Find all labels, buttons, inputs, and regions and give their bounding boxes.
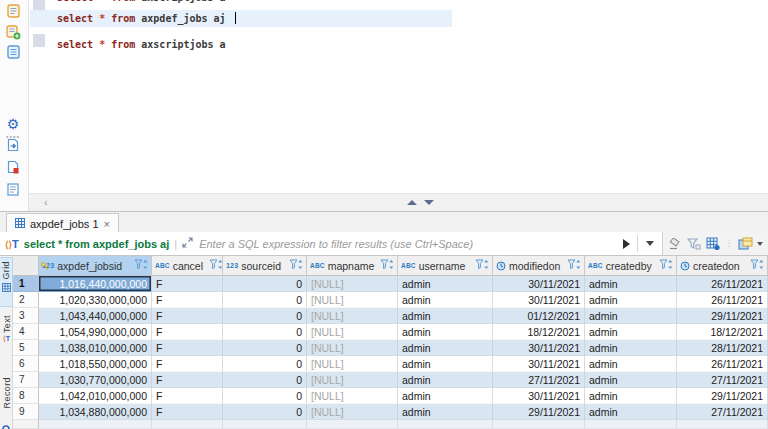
filter-sort-icon[interactable] [750,259,764,272]
grid-cell[interactable]: 0 [223,356,307,372]
grid-cell[interactable]: admin [585,356,677,372]
load-script-icon[interactable] [5,137,21,153]
grid-cell[interactable]: 0 [223,324,307,340]
grid-cell[interactable]: 1,030,770,000,000 [39,372,152,388]
grid-cell[interactable]: admin [585,324,677,340]
sql-line[interactable]: select * from axpdef_jobs aj [57,12,236,26]
grid-cell[interactable]: 1,043,440,000,000 [39,308,152,324]
column-header-axpdef_jobsid[interactable]: 123axpdef_jobsid [39,256,152,276]
filter-sort-icon[interactable] [567,259,581,272]
row-number[interactable]: 2 [13,292,39,308]
grid-cell[interactable]: 18/12/2021 [677,324,768,340]
grid-cell[interactable]: 29/11/2021 [493,404,585,420]
grid-cell[interactable]: 30/11/2021 [493,356,585,372]
grid-cell[interactable]: 26/11/2021 [677,292,768,308]
grid-cell[interactable]: 30/11/2021 [493,340,585,356]
row-number[interactable]: 5 [13,340,39,356]
filter-sort-icon[interactable] [475,259,489,272]
expand-icon[interactable] [182,237,193,250]
filter-sort-icon[interactable] [289,259,303,272]
grid-cell[interactable]: [NULL] [307,356,398,372]
grid-cell[interactable]: [NULL] [307,292,398,308]
column-header-createdby[interactable]: ABCcreatedby [585,256,677,276]
scroll-left-arrow[interactable]: ‹ [44,196,48,208]
grid-cell[interactable]: F [152,356,223,372]
column-header-createdon[interactable]: createdon [677,256,768,276]
sql-line[interactable]: select * from axscriptjobs a [57,38,226,52]
grid-cell[interactable]: 18/12/2021 [493,324,585,340]
grid-cell[interactable]: 26/11/2021 [677,276,768,292]
column-header-sourceid[interactable]: 123sourceid [223,256,307,276]
save-filter-grid-icon[interactable] [706,237,720,250]
grid-cell[interactable]: 30/11/2021 [493,276,585,292]
tab-record-view[interactable]: Record [0,374,13,429]
grid-cell[interactable]: admin [398,292,493,308]
grid-cell[interactable]: admin [585,404,677,420]
filter-sort-icon[interactable] [134,259,148,272]
column-header-cancel[interactable]: ABCcancel [152,256,223,276]
grid-cell[interactable]: admin [585,308,677,324]
grid-cell[interactable]: admin [398,308,493,324]
tab-text-view[interactable]: Text ⟨T [0,312,13,362]
filter-sort-icon[interactable] [659,259,673,272]
tab-grid-view[interactable]: Grid [0,257,13,307]
grid-cell[interactable]: admin [585,276,677,292]
row-number[interactable]: 1 [13,276,39,292]
save-script-icon[interactable] [5,159,21,175]
grid-cell[interactable]: 27/11/2021 [677,372,768,388]
grid-cell[interactable]: [NULL] [307,388,398,404]
grid-cell[interactable]: F [152,324,223,340]
editor-results-splitter[interactable]: ‹ [0,193,768,211]
grid-cell[interactable]: 26/11/2021 [677,356,768,372]
grid-cell[interactable]: 30/11/2021 [493,388,585,404]
grid-cell[interactable]: 01/12/2021 [493,308,585,324]
grid-cell[interactable]: 30/11/2021 [493,292,585,308]
grid-cell[interactable]: 1,034,880,000,000 [39,404,152,420]
grid-cell[interactable]: 27/11/2021 [677,404,768,420]
row-number[interactable]: 4 [13,324,39,340]
grid-cell[interactable]: F [152,276,223,292]
filter-input[interactable]: ⟨⟩T select * from axpdef_jobs aj | Enter… [0,232,663,255]
execute-statement-icon[interactable] [5,3,21,19]
grid-cell[interactable]: admin [585,388,677,404]
grid-cell[interactable]: admin [585,372,677,388]
grid-cell[interactable]: 0 [223,372,307,388]
grid-cell[interactable]: 1,018,550,000,000 [39,356,152,372]
grid-cell[interactable]: admin [398,276,493,292]
grid-cell[interactable]: [NULL] [307,324,398,340]
grid-cell[interactable]: 29/11/2021 [677,388,768,404]
script-document-icon[interactable] [5,181,21,197]
grid-cell[interactable]: 29/11/2021 [677,308,768,324]
results-grid[interactable]: 123axpdef_jobsidABCcancel123sourceidABCm… [13,256,768,429]
grid-cell[interactable]: 27/11/2021 [493,372,585,388]
grid-cell[interactable]: [NULL] [307,372,398,388]
grid-cell[interactable]: admin [398,372,493,388]
panels-dropdown-icon[interactable] [757,242,763,246]
grid-cell[interactable]: [NULL] [307,340,398,356]
filter-sort-icon[interactable] [209,259,223,272]
grid-cell[interactable]: F [152,388,223,404]
remove-filter-icon[interactable] [687,238,701,250]
grid-cell[interactable]: 0 [223,388,307,404]
apply-filter-play-icon[interactable] [623,239,630,249]
maximize-panel-up-icon[interactable] [407,200,417,205]
grid-cell[interactable]: 0 [223,308,307,324]
grid-cell[interactable]: F [152,340,223,356]
grid-cell[interactable]: admin [585,292,677,308]
grid-cell[interactable]: 1,016,440,000,000 [39,276,152,292]
filter-sort-icon[interactable] [380,259,394,272]
grid-cell[interactable]: 0 [223,276,307,292]
grid-cell[interactable]: admin [398,404,493,420]
grid-cell[interactable]: [NULL] [307,308,398,324]
row-number[interactable]: 9 [13,404,39,420]
erase-filter-icon[interactable] [668,238,682,250]
grid-cell[interactable]: 1,042,010,000,000 [39,388,152,404]
grid-cell[interactable]: admin [398,388,493,404]
row-number[interactable]: 8 [13,388,39,404]
grid-cell[interactable]: 1,020,330,000,000 [39,292,152,308]
maximize-panel-down-icon[interactable] [424,200,434,205]
column-header-username[interactable]: ABCusername [398,256,493,276]
close-icon[interactable]: × [104,219,110,229]
row-number[interactable]: 7 [13,372,39,388]
row-number[interactable]: 3 [13,308,39,324]
